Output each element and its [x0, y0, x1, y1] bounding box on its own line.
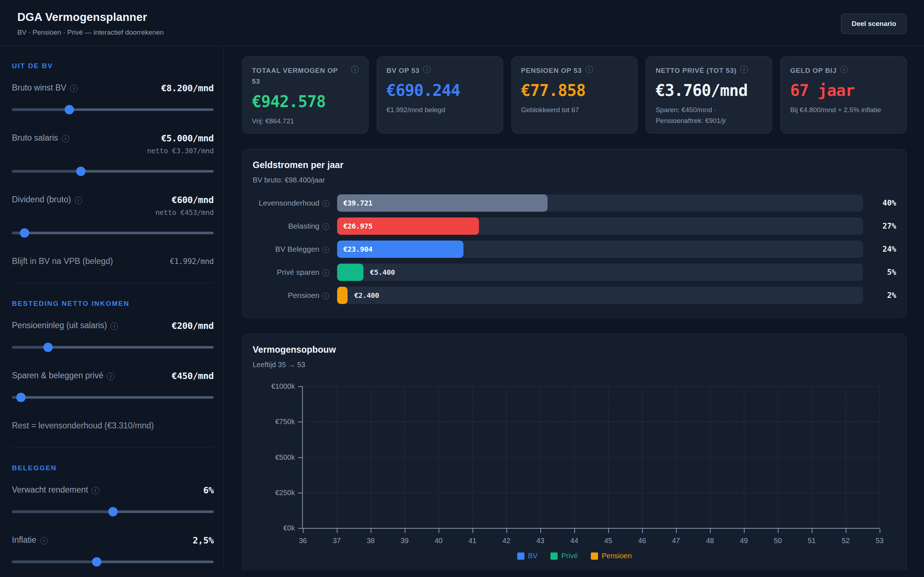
info-icon[interactable]: i	[322, 223, 329, 230]
flow-percent: 24%	[863, 245, 896, 253]
info-icon[interactable]: i	[62, 135, 69, 142]
slider-label: Pensioeninleg (uit salaris)i	[12, 321, 118, 331]
info-icon[interactable]: i	[110, 322, 118, 330]
x-axis-label: 49	[740, 537, 748, 545]
info-icon[interactable]: i	[423, 66, 431, 73]
card-value: €942.578	[252, 92, 359, 111]
flow-label: Belastingi	[253, 222, 329, 231]
flow-percent: 2%	[863, 291, 896, 300]
info-icon[interactable]: i	[322, 292, 329, 299]
legend-item-pensioen: Pensioen	[591, 552, 632, 560]
sidebar-sections: UIT DE BVBruto winst BVi€8.200/mndBruto …	[12, 46, 214, 570]
y-axis-label: €500k	[275, 453, 295, 461]
card-subtext: €1.992/mnd belegd	[386, 105, 493, 115]
slider-thumb[interactable]	[43, 343, 53, 352]
flow-amount: €5.400	[370, 268, 395, 277]
x-axis-label: 44	[570, 537, 578, 545]
slider-thumb[interactable]	[20, 228, 29, 238]
info-icon[interactable]: i	[322, 269, 329, 276]
x-axis-label: 38	[367, 537, 375, 545]
flows-panel-subtitle: BV bruto: €98.400/jaar	[253, 176, 896, 184]
card-netto-priv-tot-53: NETTO PRIVÉ (TOT 53)i€3.760/mndSparen: €…	[646, 56, 772, 134]
info-icon[interactable]: i	[585, 66, 593, 73]
slider-value: €5.000/mnd	[147, 133, 214, 143]
flow-rows: Levensonderhoudi€39.72140%Belastingi€26.…	[253, 192, 896, 307]
wealth-panel-title: Vermogensopbouw	[253, 344, 896, 355]
app-title: DGA Vermogensplanner	[17, 11, 164, 24]
flow-percent: 27%	[863, 222, 896, 230]
slider-label: Verwacht rendementi	[12, 485, 99, 495]
legend-swatch	[517, 553, 525, 560]
flow-amount: €26.975	[343, 222, 373, 230]
slider-label: Dividend (bruto)i	[12, 195, 82, 205]
readout-label: Blijft in BV na VPB (belegd)	[12, 256, 113, 266]
card-label: BV OP 53	[386, 65, 420, 76]
share-scenario-button[interactable]: Deel scenario	[841, 14, 907, 34]
card-value: €690.244	[386, 81, 493, 100]
slider-group-sparen-beleggen-priv: Sparen & beleggen privéi€450/mnd	[12, 371, 214, 402]
flow-row-bv-beleggen: BV Beleggeni€23.90424%	[253, 238, 896, 261]
slider-pensioeninleg-uit-salaris[interactable]	[12, 343, 214, 352]
card-subtext: Geblokkeerd tot 67	[521, 105, 628, 115]
sidebar-section-beleggen: BELEGGENVerwacht rendementi6%Inflatiei2,…	[12, 447, 214, 570]
flow-bar-belasting: €26.975	[337, 218, 863, 235]
slider-thumb[interactable]	[76, 167, 86, 176]
info-icon[interactable]: i	[740, 66, 748, 73]
slider-group-pensioeninleg-uit-salaris: Pensioeninleg (uit salaris)i€200/mnd	[12, 321, 214, 352]
slider-group-verwacht-rendement: Verwacht rendementi6%	[12, 485, 214, 516]
slider-dividend-bruto[interactable]	[12, 228, 214, 238]
wealth-panel: Vermogensopbouw Leeftijd 35 → 53 €1000k€…	[242, 334, 907, 570]
section-title: BESTEDING NETTO INKOMEN	[12, 300, 214, 308]
readout-rest-levensonderhoud-3-310-mnd: Rest = levensonderhoud (€3.310/mnd)	[12, 421, 214, 430]
info-icon[interactable]: i	[351, 66, 359, 73]
wealth-chart: €1000k€750k€500k€250k€0k3637383940414243…	[302, 386, 880, 529]
x-axis-label: 46	[638, 537, 646, 545]
slider-bruto-winst-bv[interactable]	[12, 105, 214, 114]
x-axis-label: 41	[468, 537, 477, 545]
x-axis-label: 48	[706, 537, 714, 545]
slider-thumb[interactable]	[65, 105, 74, 114]
summary-cards: TOTAAL VERMOGEN OP 53i€942.578Vrij: €864…	[242, 56, 907, 134]
card-value: €77.858	[521, 81, 628, 100]
slider-bruto-salaris[interactable]	[12, 167, 214, 176]
x-axis-label: 45	[604, 537, 612, 545]
x-axis-label: 47	[672, 537, 680, 545]
wealth-panel-subtitle: Leeftijd 35 → 53	[253, 361, 896, 369]
app-subtitle: BV · Pensioen · Privé — interactief door…	[17, 29, 164, 36]
section-title: BELEGGEN	[12, 464, 214, 472]
legend-swatch	[591, 553, 598, 560]
legend-item-bv: BV	[517, 552, 538, 560]
info-icon[interactable]: i	[70, 85, 78, 92]
slider-verwacht-rendement[interactable]	[12, 507, 214, 516]
info-icon[interactable]: i	[92, 487, 99, 495]
main-content: TOTAAL VERMOGEN OP 53i€942.578Vrij: €864…	[224, 46, 924, 570]
header: DGA Vermogensplanner BV · Pensioen · Pri…	[0, 0, 924, 46]
flow-percent: 40%	[863, 199, 896, 207]
flow-percent: 5%	[863, 268, 896, 277]
info-icon[interactable]: i	[40, 537, 48, 545]
card-pensioen-op-53: PENSIOEN OP 53i€77.858Geblokkeerd tot 67	[512, 56, 638, 134]
x-axis-label: 37	[333, 537, 341, 545]
slider-sparen-beleggen-priv[interactable]	[12, 393, 214, 402]
card-totaal-vermogen-op-53: TOTAAL VERMOGEN OP 53i€942.578Vrij: €864…	[242, 56, 368, 134]
card-subtext: Sparen: €450/mnd · Pensioenaftrek: €901/…	[656, 105, 762, 126]
info-icon[interactable]: i	[107, 372, 115, 380]
slider-thumb[interactable]	[92, 557, 102, 567]
flow-amount: €23.904	[343, 245, 373, 253]
slider-group-bruto-winst-bv: Bruto winst BVi€8.200/mnd	[12, 83, 214, 114]
x-axis-label: 42	[502, 537, 510, 545]
slider-inflatie[interactable]	[12, 557, 214, 567]
info-icon[interactable]: i	[322, 246, 329, 253]
readout-label: Rest = levensonderhoud (€3.310/mnd)	[12, 421, 154, 430]
info-icon[interactable]: i	[75, 197, 82, 204]
card-bv-op-53: BV OP 53i€690.244€1.992/mnd belegd	[377, 56, 503, 134]
slider-thumb[interactable]	[108, 507, 118, 516]
info-icon[interactable]: i	[840, 66, 848, 73]
slider-label: Bruto winst BVi	[12, 83, 78, 93]
legend-item-priv: Privé	[551, 552, 578, 560]
flow-label: Privé spareni	[253, 268, 329, 277]
slider-value: €200/mnd	[172, 321, 214, 331]
x-axis-label: 52	[842, 537, 850, 545]
slider-thumb[interactable]	[16, 393, 26, 402]
info-icon[interactable]: i	[322, 200, 329, 207]
